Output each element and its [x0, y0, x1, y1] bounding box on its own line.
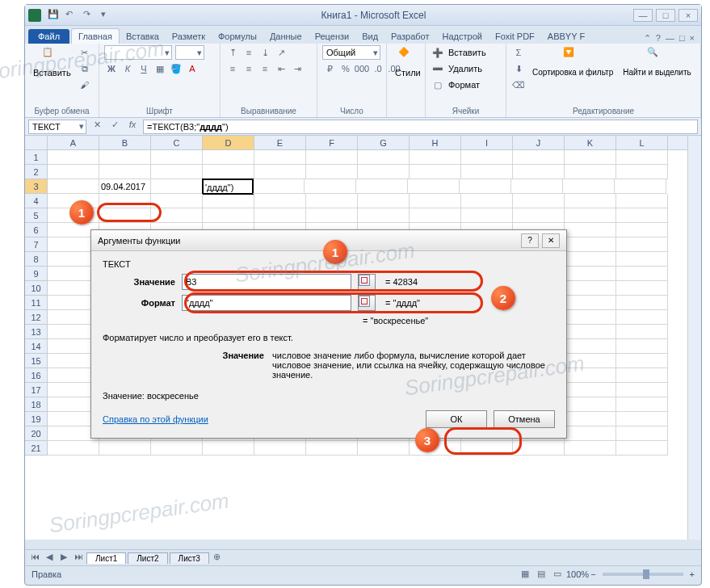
cell-H3[interactable]: [408, 179, 460, 194]
cell-G5[interactable]: [358, 208, 410, 223]
cell-L4[interactable]: [616, 194, 668, 208]
cell-I3[interactable]: [460, 179, 511, 194]
row-header-9[interactable]: 9: [25, 267, 48, 281]
col-header-J[interactable]: J: [513, 136, 565, 149]
delete-cells-label[interactable]: Удалить: [448, 64, 482, 74]
home-tab[interactable]: Главная: [71, 28, 120, 44]
cell-E5[interactable]: [254, 208, 306, 223]
row-header-16[interactable]: 16: [25, 368, 48, 383]
cell-K4[interactable]: [565, 194, 616, 208]
formula-input[interactable]: =ТЕКСТ(B3;"дддд"): [143, 120, 698, 134]
cell-J3[interactable]: [511, 179, 563, 194]
cell-A1[interactable]: [48, 150, 99, 165]
data-tab[interactable]: Данные: [263, 29, 309, 44]
cell-K16[interactable]: [565, 368, 616, 383]
cell-A2[interactable]: [48, 165, 99, 179]
cell-L1[interactable]: [616, 150, 668, 165]
review-tab[interactable]: Рецензи: [309, 29, 356, 44]
cell-L10[interactable]: [616, 281, 668, 296]
dev-tab[interactable]: Разработ: [384, 29, 435, 44]
cell-L18[interactable]: [616, 397, 668, 412]
cell-I4[interactable]: [461, 194, 513, 208]
row-header-8[interactable]: 8: [25, 252, 48, 267]
cell-L3[interactable]: [615, 179, 666, 194]
border-icon[interactable]: ▦: [153, 61, 167, 76]
cell-K11[interactable]: [565, 296, 616, 310]
col-header-L[interactable]: L: [616, 136, 668, 149]
zoom-slider[interactable]: [603, 573, 683, 576]
enter-formula-icon[interactable]: ✓: [107, 120, 122, 134]
cell-K5[interactable]: [565, 208, 616, 223]
clear-icon[interactable]: ⌫: [511, 78, 526, 92]
cell-B21[interactable]: [99, 441, 151, 456]
dialog-help-icon[interactable]: ?: [521, 233, 539, 248]
normal-view-icon[interactable]: ▦: [518, 567, 532, 582]
orientation-icon[interactable]: ↗: [274, 45, 288, 60]
align-left-icon[interactable]: ≡: [225, 61, 240, 76]
insert-cells-label[interactable]: Вставить: [448, 48, 486, 57]
italic-icon[interactable]: К: [120, 61, 135, 76]
insert-cells-icon[interactable]: ➕: [431, 45, 445, 60]
col-header-E[interactable]: E: [254, 136, 306, 149]
sheet-nav-prev[interactable]: ◀: [43, 552, 56, 565]
cell-H1[interactable]: [410, 150, 461, 165]
inc-decimal-icon[interactable]: .0: [371, 61, 385, 76]
paste-button[interactable]: 📋Вставить: [30, 45, 74, 79]
cell-K13[interactable]: [565, 325, 616, 339]
col-header-G[interactable]: G: [358, 136, 410, 149]
col-header-B[interactable]: B: [99, 136, 151, 149]
insert-tab[interactable]: Вставка: [120, 29, 166, 44]
row-header-2[interactable]: 2: [25, 165, 48, 179]
zoom-level[interactable]: 100%: [566, 569, 589, 579]
save-icon[interactable]: 💾: [48, 9, 61, 22]
cell-K3[interactable]: [563, 179, 615, 194]
percent-icon[interactable]: %: [338, 61, 353, 76]
cell-D3[interactable]: 'дддд"): [202, 178, 254, 195]
cell-H4[interactable]: [410, 194, 461, 208]
sheet-tab-2[interactable]: Лист2: [128, 552, 167, 564]
cell-H5[interactable]: [410, 208, 461, 223]
sort-filter-button[interactable]: 🔽Сортировка и фильтр: [529, 45, 616, 78]
layout-tab[interactable]: Разметк: [166, 29, 212, 44]
cell-K15[interactable]: [565, 354, 616, 368]
cell-L12[interactable]: [616, 310, 668, 325]
cell-L5[interactable]: [616, 208, 668, 223]
ok-button[interactable]: ОК: [426, 410, 487, 428]
cell-K1[interactable]: [565, 150, 616, 165]
cell-E3[interactable]: [253, 179, 305, 194]
cell-B1[interactable]: [99, 150, 151, 165]
cancel-button[interactable]: Отмена: [494, 410, 555, 428]
row-header-4[interactable]: 4: [25, 194, 48, 208]
page-break-icon[interactable]: ▭: [550, 567, 565, 582]
cell-F1[interactable]: [306, 150, 358, 165]
row-header-1[interactable]: 1: [25, 150, 48, 165]
select-all-corner[interactable]: [25, 136, 48, 149]
function-help-link[interactable]: Справка по этой функции: [103, 414, 208, 424]
format-cells-icon[interactable]: ▢: [431, 78, 445, 92]
sheet-nav-last[interactable]: ⏭: [72, 552, 85, 565]
row-header-18[interactable]: 18: [25, 397, 48, 412]
bold-icon[interactable]: Ж: [104, 61, 119, 76]
cell-K8[interactable]: [565, 252, 616, 267]
cell-F21[interactable]: [306, 441, 358, 456]
cell-K10[interactable]: [565, 281, 616, 296]
cell-K17[interactable]: [565, 383, 616, 397]
ribbon-minimize-icon[interactable]: ⌃: [644, 33, 651, 44]
minimize-button[interactable]: —: [633, 9, 653, 22]
col-header-A[interactable]: A: [48, 136, 99, 149]
row-header-5[interactable]: 5: [25, 208, 48, 223]
cell-G2[interactable]: [358, 165, 410, 179]
row-header-15[interactable]: 15: [25, 354, 48, 368]
autosum-icon[interactable]: Σ: [511, 45, 526, 60]
col-header-C[interactable]: C: [151, 136, 203, 149]
row-header-14[interactable]: 14: [25, 339, 48, 354]
align-right-icon[interactable]: ≡: [258, 61, 272, 76]
row-header-11[interactable]: 11: [25, 296, 48, 310]
cell-D4[interactable]: [203, 194, 254, 208]
cell-J5[interactable]: [513, 208, 565, 223]
cell-G3[interactable]: [356, 179, 408, 194]
col-header-K[interactable]: K: [565, 136, 616, 149]
cell-B2[interactable]: [99, 165, 151, 179]
find-select-button[interactable]: 🔍Найти и выделить: [620, 45, 694, 78]
redo-icon[interactable]: ↷: [83, 9, 96, 22]
